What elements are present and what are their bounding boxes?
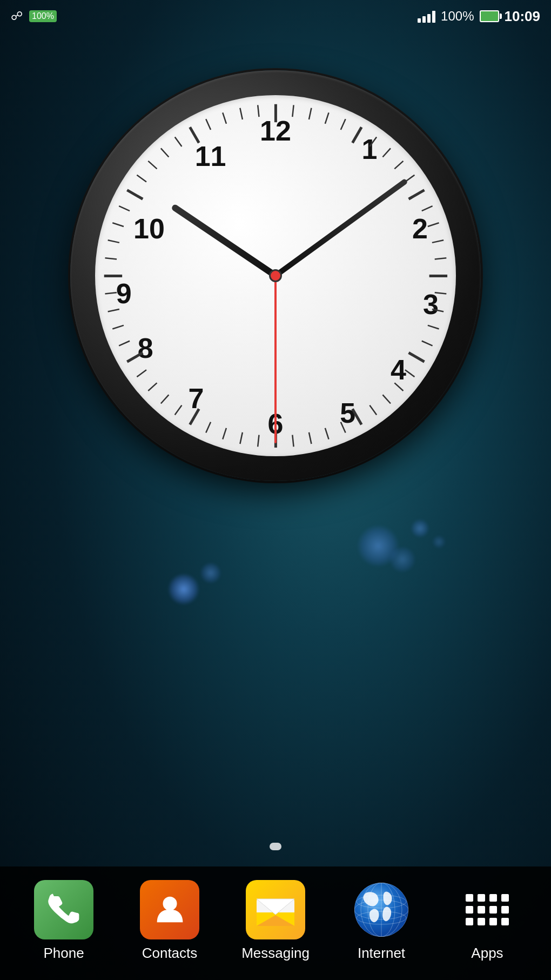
svg-line-26 (340, 422, 345, 432)
svg-line-54 (174, 137, 182, 146)
phone-svg (45, 891, 82, 928)
svg-line-28 (309, 432, 312, 443)
svg-line-48 (112, 223, 124, 226)
apps-dot-7 (489, 906, 497, 914)
svg-line-27 (325, 428, 328, 439)
status-right: 100% 10:09 (418, 8, 540, 25)
apps-dot-12 (501, 918, 509, 925)
svg-line-49 (119, 206, 130, 211)
bokeh-5 (411, 519, 429, 538)
clock-face: // Will render ticks via inline elements… (95, 95, 456, 457)
apps-dot-9 (466, 918, 473, 925)
svg-line-53 (160, 148, 169, 157)
svg-line-3 (325, 112, 328, 124)
apps-dot-10 (478, 918, 485, 925)
phone-label: Phone (43, 945, 84, 962)
svg-line-42 (112, 325, 124, 329)
phone-icon (34, 880, 93, 939)
usb-icon: ☍ (11, 9, 23, 23)
dock-item-internet[interactable]: Internet (341, 880, 422, 962)
svg-line-16 (434, 292, 446, 294)
apps-dot-11 (489, 918, 497, 925)
status-bar: ☍ 100% 100% 10:09 (0, 0, 551, 32)
svg-line-38 (148, 383, 157, 391)
svg-line-33 (223, 428, 226, 439)
messaging-label: Messaging (241, 945, 310, 962)
dock-item-messaging[interactable]: Messaging (235, 880, 316, 962)
internet-icon (352, 880, 411, 939)
svg-line-5 (352, 127, 361, 143)
signal-bar-2 (422, 16, 426, 23)
svg-line-37 (160, 395, 169, 403)
svg-line-10 (408, 190, 424, 199)
svg-line-32 (240, 432, 243, 443)
signal-bar-3 (427, 14, 431, 23)
svg-line-36 (174, 405, 182, 415)
svg-line-35 (190, 409, 199, 424)
signal-bar-1 (418, 18, 421, 23)
svg-line-8 (394, 161, 403, 169)
svg-line-41 (119, 341, 130, 345)
apps-grid (460, 889, 514, 931)
svg-line-17 (432, 309, 443, 312)
bokeh-2 (200, 562, 221, 584)
page-dot-1 (270, 843, 281, 850)
svg-line-21 (405, 370, 414, 377)
apps-label: Apps (471, 945, 503, 962)
contacts-svg (152, 892, 187, 927)
svg-line-20 (408, 352, 424, 362)
apps-dot-1 (466, 894, 473, 902)
bottom-dock: Phone Contacts Messaging (0, 866, 551, 980)
svg-line-13 (432, 240, 443, 243)
svg-line-11 (421, 206, 432, 211)
svg-line-46 (105, 258, 117, 259)
svg-line-1 (292, 105, 293, 117)
svg-line-24 (369, 405, 377, 415)
svg-line-55 (190, 127, 199, 143)
apps-icon (458, 880, 517, 939)
globe-svg (352, 880, 411, 939)
svg-line-22 (394, 383, 403, 391)
svg-line-43 (107, 309, 119, 312)
contacts-label: Contacts (142, 945, 198, 962)
battery-percent-status: 100% (441, 9, 474, 24)
dock-item-contacts[interactable]: Contacts (129, 880, 210, 962)
apps-dot-2 (478, 894, 485, 902)
hand-center (269, 269, 282, 282)
svg-line-56 (206, 119, 211, 130)
svg-line-7 (382, 148, 391, 157)
svg-line-39 (137, 370, 146, 377)
bokeh-1 (167, 573, 200, 605)
apps-dot-3 (489, 894, 497, 902)
dock-item-apps[interactable]: Apps (447, 880, 528, 962)
svg-line-52 (148, 161, 157, 169)
svg-line-14 (434, 258, 446, 259)
bokeh-6 (432, 535, 446, 549)
messaging-icon (246, 880, 305, 939)
second-hand (274, 276, 277, 443)
internet-label: Internet (358, 945, 405, 962)
dock-item-phone[interactable]: Phone (23, 880, 104, 962)
svg-line-2 (309, 108, 312, 119)
svg-line-31 (258, 435, 259, 446)
svg-point-60 (163, 897, 177, 911)
svg-line-18 (427, 325, 439, 329)
apps-dot-6 (478, 906, 485, 914)
svg-line-12 (427, 223, 439, 226)
messaging-svg (254, 891, 297, 929)
svg-line-51 (137, 175, 146, 182)
svg-line-29 (292, 435, 293, 446)
battery-icon (480, 10, 499, 22)
svg-line-4 (340, 119, 345, 130)
apps-dot-8 (501, 906, 509, 914)
apps-dot-4 (501, 894, 509, 902)
svg-line-59 (258, 105, 259, 117)
svg-line-19 (421, 341, 432, 345)
clock-outer: // Will render ticks via inline elements… (70, 70, 481, 481)
status-left: ☍ 100% (11, 9, 57, 23)
battery-percent-label: 100% (29, 10, 57, 22)
signal-bars (418, 10, 435, 23)
svg-line-40 (127, 352, 143, 362)
clock-widget[interactable]: // Will render ticks via inline elements… (70, 70, 481, 481)
svg-line-50 (127, 190, 143, 199)
